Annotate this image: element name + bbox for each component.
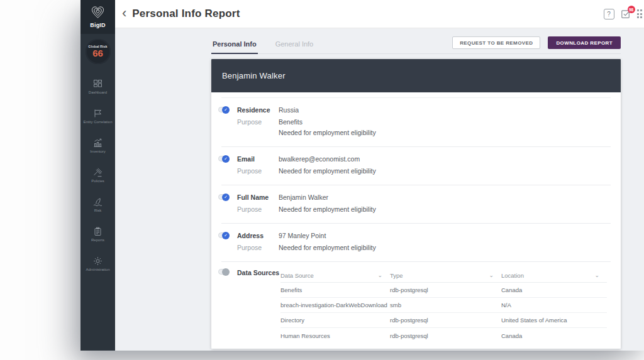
attribute-value: Benjamin Walker (279, 194, 611, 201)
purpose-values: Needed for employment eligibility (279, 244, 611, 251)
sort-icon[interactable]: ⌄ (377, 274, 382, 277)
gear-icon (93, 256, 103, 266)
check-icon: ✓ (224, 156, 228, 161)
purpose-label: Purpose (237, 167, 279, 175)
notification-badge: 98 (628, 6, 635, 13)
tab-general-info[interactable]: General Info (274, 38, 315, 53)
back-button[interactable]: ‹ (122, 6, 126, 20)
purpose-values: Needed for employment eligibility (279, 205, 611, 213)
purpose-label: Purpose (237, 118, 279, 136)
check-icon: ✓ (224, 107, 228, 112)
header-actions: ? 98 (604, 9, 638, 19)
attribute-label: Email (237, 155, 279, 163)
full-name-toggle[interactable]: ✓ (218, 194, 229, 200)
data-sources-label: Data Sources (237, 269, 280, 343)
attribute-row-residence: ✓ Residence Russia Purpose Benefits Need… (221, 98, 611, 147)
attribute-row-email: ✓ Email bwalkerep@economist.com Purpose … (221, 147, 611, 185)
sidebar-item-inventory[interactable]: Inventory (80, 131, 115, 161)
attribute-value: 97 Manley Point (279, 232, 611, 239)
app-window: BigID Global Risk 66 Dashboard (80, 0, 644, 351)
sidebar-item-risk[interactable]: Risk (80, 190, 115, 220)
flag-icon (93, 109, 103, 118)
shark-fin-icon (93, 197, 103, 207)
check-icon: ✓ (224, 195, 228, 199)
global-risk-value: 66 (92, 48, 103, 59)
clipboard-icon (93, 227, 103, 236)
address-toggle[interactable]: ✓ (218, 232, 229, 238)
sidebar: BigID Global Risk 66 Dashboard (80, 0, 115, 351)
table-row[interactable]: Human Resources rdb-postgresql Canada (280, 328, 607, 343)
purpose-label: Purpose (237, 205, 279, 213)
sidebar-item-reports[interactable]: Reports (80, 220, 115, 249)
purpose-label: Purpose (237, 244, 279, 251)
email-toggle[interactable]: ✓ (218, 156, 229, 161)
sidebar-item-entity-correlation[interactable]: Entity Correlation (80, 102, 115, 131)
purpose-values: Needed for employment eligibility (279, 167, 611, 175)
card-body: ✓ Residence Russia Purpose Benefits Need… (211, 92, 621, 343)
sidebar-item-administration[interactable]: Administration (80, 249, 115, 279)
main-area: ‹ Personal Info Report ? 98 (115, 0, 644, 351)
card-header: Benjamin Walker (211, 59, 621, 92)
logo-text: BigID (90, 22, 106, 28)
sidebar-item-dashboard[interactable]: Dashboard (80, 72, 115, 102)
table-header-row: Data Source ⌄ Type ⌄ Locatio (280, 268, 607, 283)
toolbar: Personal Info General Info REQUEST TO BE… (211, 36, 621, 54)
page: BigID Global Risk 66 Dashboard (0, 0, 644, 360)
sort-icon[interactable]: ⌄ (594, 274, 599, 277)
data-sources-toggle[interactable] (218, 269, 229, 275)
attribute-row-address: ✓ Address 97 Manley Point Purpose Needed… (221, 224, 611, 262)
attribute-label: Address (237, 232, 279, 239)
bigid-logo[interactable]: BigID (80, 0, 115, 34)
gavel-icon (93, 168, 103, 177)
sidebar-nav: Dashboard Entity Correlation (80, 72, 115, 279)
fingerprint-heart-icon (90, 6, 106, 21)
table-row[interactable]: Benefits rdb-postgresql Canada (280, 283, 607, 298)
help-icon[interactable]: ? (604, 9, 614, 19)
attribute-value: bwalkerep@economist.com (279, 155, 611, 163)
top-header: ‹ Personal Info Report ? 98 (115, 0, 644, 28)
column-header-data-source[interactable]: Data Source ⌄ (280, 272, 390, 279)
dashboard-icon (93, 79, 103, 89)
sidebar-item-policies[interactable]: Policies (80, 161, 115, 190)
table-row[interactable]: Directory rdb-postgresql United States o… (280, 313, 607, 328)
tasks-icon[interactable]: 98 (621, 9, 631, 19)
download-report-button[interactable]: DOWNLOAD REPORT (548, 36, 621, 49)
global-risk-badge[interactable]: Global Risk 66 (86, 39, 111, 64)
tab-personal-info[interactable]: Personal Info (211, 38, 258, 53)
attribute-label: Full Name (237, 194, 279, 201)
check-icon: ✓ (224, 233, 228, 237)
attribute-label: Residence (237, 106, 279, 114)
purpose-values: Benefits Needed for employment eligibili… (279, 118, 611, 136)
data-sources-table: Data Source ⌄ Type ⌄ Locatio (280, 268, 607, 343)
column-header-type[interactable]: Type ⌄ (390, 272, 501, 279)
personal-info-card: Benjamin Walker ✓ Residence Russia Purpo… (211, 59, 621, 349)
toolbar-actions: REQUEST TO BE REMOVED DOWNLOAD REPORT (452, 36, 621, 53)
content-area: Personal Info General Info REQUEST TO BE… (115, 28, 644, 351)
data-sources-section: Data Sources Data Source ⌄ Type (221, 262, 611, 343)
attribute-row-full-name: ✓ Full Name Benjamin Walker Purpose Need… (221, 185, 611, 224)
bar-chart-icon (93, 138, 103, 148)
attribute-value: Russia (279, 106, 611, 114)
sort-icon[interactable]: ⌄ (489, 274, 494, 277)
request-removal-button[interactable]: REQUEST TO BE REMOVED (452, 36, 540, 49)
table-row[interactable]: breach-investigation-DarkWebDownload smb… (280, 298, 607, 313)
residence-toggle[interactable]: ✓ (218, 107, 229, 112)
person-name: Benjamin Walker (222, 71, 286, 80)
tabs: Personal Info General Info (211, 38, 314, 53)
page-title: Personal Info Report (132, 8, 240, 20)
app-grid-icon[interactable] (637, 9, 643, 18)
column-header-location[interactable]: Location ⌄ (501, 272, 607, 279)
